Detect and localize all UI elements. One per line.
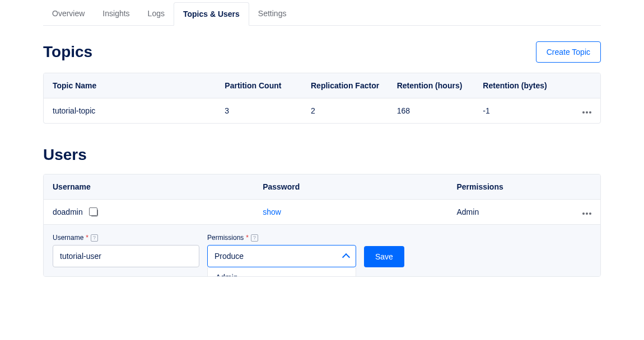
tab-overview[interactable]: Overview: [43, 2, 94, 25]
help-icon[interactable]: ?: [251, 234, 258, 242]
username-input[interactable]: [53, 245, 199, 267]
col-retention-hours: Retention (hours): [397, 81, 483, 90]
users-table: Username Password Permissions doadmin sh…: [43, 174, 601, 277]
topics-title: Topics: [43, 43, 92, 61]
table-row: doadmin show Admin: [44, 200, 600, 224]
users-title: Users: [43, 146, 87, 164]
save-button[interactable]: Save: [364, 246, 404, 267]
tab-insights[interactable]: Insights: [94, 2, 138, 25]
col-topic-name: Topic Name: [53, 81, 225, 90]
cell-permissions: Admin: [456, 207, 569, 216]
permissions-select[interactable]: Produce: [207, 245, 356, 267]
cell-replication: 2: [311, 106, 397, 115]
more-icon[interactable]: [582, 212, 591, 215]
cell-username: doadmin: [53, 207, 83, 216]
option-admin[interactable]: Admin: [208, 267, 356, 277]
topics-table: Topic Name Partition Count Replication F…: [43, 73, 601, 124]
copy-icon[interactable]: [91, 209, 98, 216]
col-partition-count: Partition Count: [225, 81, 311, 90]
create-topic-button[interactable]: Create Topic: [536, 41, 601, 63]
more-icon[interactable]: [582, 111, 591, 114]
cell-partition: 3: [225, 106, 311, 115]
tab-logs[interactable]: Logs: [139, 2, 174, 25]
tab-topics-users[interactable]: Topics & Users: [174, 2, 249, 26]
tab-settings[interactable]: Settings: [249, 2, 296, 25]
cell-topic-name: tutorial-topic: [53, 106, 225, 115]
col-password: Password: [263, 182, 456, 191]
col-permissions: Permissions: [456, 182, 569, 191]
col-username: Username: [53, 182, 263, 191]
col-retention-bytes: Retention (bytes): [483, 81, 569, 90]
col-replication-factor: Replication Factor: [311, 81, 397, 90]
chevron-up-icon: [342, 253, 350, 261]
permissions-dropdown: Admin Produce Consume Consume and Produc…: [207, 267, 356, 277]
username-label: Username* ?: [53, 234, 199, 242]
add-user-form: Username* ? Permissions* ? Produce: [44, 224, 600, 276]
show-password-link[interactable]: show: [263, 207, 281, 216]
cell-retention-hours: 168: [397, 106, 483, 115]
help-icon[interactable]: ?: [91, 234, 98, 242]
permissions-label: Permissions* ?: [207, 234, 356, 242]
tabs-nav: Overview Insights Logs Topics & Users Se…: [43, 2, 601, 26]
cell-retention-bytes: -1: [483, 106, 569, 115]
table-row: tutorial-topic 3 2 168 -1: [44, 98, 600, 123]
